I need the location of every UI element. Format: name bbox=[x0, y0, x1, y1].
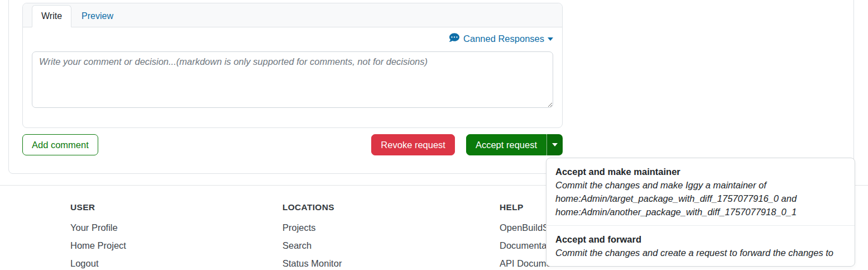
menu-item-title: Accept and forward bbox=[555, 233, 846, 246]
comment-dots-icon bbox=[449, 32, 459, 45]
accept-request-dropdown-menu: Accept and make maintainer Commit the ch… bbox=[546, 158, 855, 267]
footer-link-your-profile[interactable]: Your Profile bbox=[70, 222, 126, 240]
add-comment-button[interactable]: Add comment bbox=[22, 134, 98, 155]
menu-item-accept-and-make-maintainer[interactable]: Accept and make maintainer Commit the ch… bbox=[546, 163, 855, 221]
caret-down-icon bbox=[548, 37, 553, 41]
canned-responses-label: Canned Responses bbox=[463, 34, 544, 44]
footer-link-home-project[interactable]: Home Project bbox=[70, 240, 126, 258]
tab-write[interactable]: Write bbox=[32, 5, 71, 27]
accept-split-button: Accept request bbox=[466, 134, 563, 155]
menu-item-accept-and-forward[interactable]: Accept and forward Commit the changes an… bbox=[546, 230, 855, 262]
footer-column-locations: LOCATIONS Projects Search Status Monitor bbox=[282, 202, 342, 270]
footer-link-status-monitor[interactable]: Status Monitor bbox=[282, 258, 342, 270]
tab-preview[interactable]: Preview bbox=[73, 6, 122, 27]
footer-column-user: USER Your Profile Home Project Logout bbox=[70, 202, 126, 270]
editor-body: Canned Responses bbox=[23, 27, 562, 119]
menu-item-description: Commit the changes and make Iggy a maint… bbox=[555, 178, 846, 219]
footer-heading-user: USER bbox=[70, 202, 126, 212]
footer-link-projects[interactable]: Projects bbox=[282, 222, 342, 240]
comment-textarea[interactable] bbox=[32, 51, 553, 108]
editor-tab-bar: Write Preview bbox=[23, 3, 562, 27]
caret-down-icon bbox=[552, 143, 558, 146]
footer-link-logout[interactable]: Logout bbox=[70, 258, 126, 270]
action-button-row: Add comment Revoke request Accept reques… bbox=[22, 134, 563, 155]
accept-request-dropdown-toggle[interactable] bbox=[546, 134, 563, 155]
revoke-request-button[interactable]: Revoke request bbox=[371, 134, 455, 155]
accept-request-button[interactable]: Accept request bbox=[466, 134, 546, 155]
menu-item-title: Accept and make maintainer bbox=[555, 165, 846, 178]
dropdown-divider bbox=[546, 225, 855, 226]
footer-heading-locations: LOCATIONS bbox=[282, 202, 342, 212]
menu-item-description: Commit the changes and create a request … bbox=[555, 246, 846, 259]
canned-responses-dropdown[interactable]: Canned Responses bbox=[32, 32, 553, 45]
comment-editor-card: Write Preview Canned Responses bbox=[22, 3, 563, 128]
footer-link-search[interactable]: Search bbox=[282, 240, 342, 258]
